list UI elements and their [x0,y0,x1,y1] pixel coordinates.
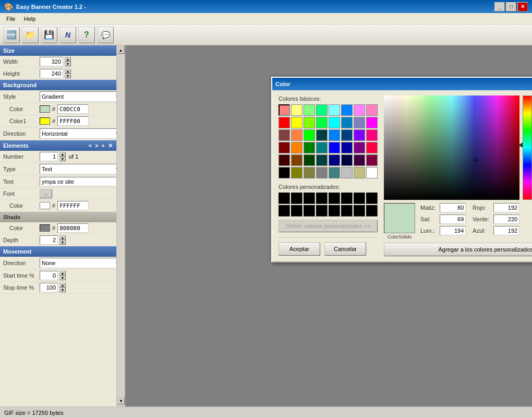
start-time-input[interactable] [40,271,58,280]
basic-color-cell[interactable] [316,142,328,153]
text-button[interactable]: N [59,27,76,43]
custom-color-cell[interactable] [354,205,365,217]
scroll-up-button[interactable]: ▲ [117,46,125,54]
width-spinner[interactable]: ▲ ▼ [65,57,71,66]
basic-color-cell[interactable] [304,167,315,178]
menu-help[interactable]: Help [20,15,40,23]
custom-color-cell[interactable] [341,193,353,204]
minimize-button[interactable]: _ [494,2,505,11]
custom-color-cell[interactable] [291,193,303,204]
elem-text-input[interactable] [40,177,122,186]
new-button[interactable]: 🆕 [3,27,20,43]
basic-color-cell[interactable] [291,142,303,153]
width-input[interactable] [40,57,63,66]
cancel-button[interactable]: Cancelar [324,242,366,256]
elem-number-spinner[interactable]: ▲ ▼ [59,152,66,161]
open-button[interactable]: 📁 [22,27,39,43]
shade-depth-down[interactable]: ▼ [59,240,66,245]
custom-color-cell[interactable] [316,193,328,204]
basic-color-cell[interactable] [329,104,340,116]
height-down[interactable]: ▼ [65,74,71,78]
basic-color-cell[interactable] [279,154,290,166]
basic-color-cell[interactable] [304,104,315,116]
basic-color-cell[interactable] [304,117,315,128]
basic-color-cell[interactable] [366,104,378,116]
custom-color-cell[interactable] [316,205,328,217]
basic-color-cell[interactable] [366,154,378,166]
height-up[interactable]: ▲ [65,69,71,74]
basic-color-cell[interactable] [341,117,353,128]
start-time-up[interactable]: ▲ [59,271,66,276]
bg-color-swatch[interactable] [40,105,50,113]
basic-color-cell[interactable] [354,154,365,166]
custom-color-cell[interactable] [304,193,315,204]
basic-color-cell[interactable] [304,129,315,141]
move-direction-select[interactable]: None ▼ [40,258,122,268]
custom-color-cell[interactable] [354,193,365,204]
elem-number-up[interactable]: ▲ [59,152,66,157]
shade-color-swatch[interactable] [40,224,50,232]
basic-color-cell[interactable] [316,154,328,166]
maximize-button[interactable]: □ [506,2,516,11]
basic-color-cell[interactable] [279,142,290,153]
lum-input[interactable] [440,226,466,235]
shade-color-hex[interactable] [57,223,89,233]
basic-color-cell[interactable] [329,129,340,141]
color-spectrum[interactable] [384,95,519,200]
basic-color-cell[interactable] [279,167,290,178]
basic-color-cell[interactable] [279,117,290,128]
basic-color-cell[interactable] [341,104,353,116]
blue-input[interactable] [493,226,519,235]
elem-del-btn[interactable]: ✕ [107,142,114,149]
bg-color1-swatch[interactable] [40,117,50,125]
save-button[interactable]: 💾 [41,27,57,43]
help-button[interactable]: ? [78,27,95,43]
hue-slider[interactable] [523,95,532,200]
basic-color-cell[interactable] [341,154,353,166]
basic-color-cell[interactable] [329,167,340,178]
basic-color-cell[interactable] [291,129,303,141]
custom-color-cell[interactable] [341,205,353,217]
elem-next-btn[interactable]: > [94,142,99,149]
basic-color-cell[interactable] [366,142,378,153]
stop-time-spinner[interactable]: ▲ ▼ [59,283,66,292]
stop-time-input[interactable] [40,283,58,292]
basic-color-cell[interactable] [354,104,365,116]
bg-style-select[interactable]: Gradient ▼ [40,91,122,102]
basic-color-cell[interactable] [354,129,365,141]
custom-color-cell[interactable] [329,205,340,217]
basic-color-cell[interactable] [366,117,378,128]
sat-input[interactable] [440,214,466,224]
basic-color-cell[interactable] [279,129,290,141]
basic-color-cell[interactable] [354,167,365,178]
elem-prev-btn[interactable]: < [88,142,93,149]
basic-color-cell[interactable] [279,104,290,116]
stop-time-up[interactable]: ▲ [59,283,66,288]
basic-color-cell[interactable] [316,129,328,141]
accept-button[interactable]: Aceptar [279,242,320,256]
basic-color-cell[interactable] [304,142,315,153]
define-colors-button[interactable]: Definir colores personalizados >> [279,220,378,232]
elem-number-down[interactable]: ▼ [59,157,66,161]
height-spinner[interactable]: ▲ ▼ [65,69,71,78]
start-time-down[interactable]: ▼ [59,276,66,280]
basic-color-cell[interactable] [341,167,353,178]
elem-add-btn[interactable]: + [101,142,106,149]
elem-color-hex[interactable] [57,201,89,210]
elem-type-select[interactable]: Text ▼ [40,164,122,174]
start-time-spinner[interactable]: ▲ ▼ [59,271,66,280]
close-button[interactable]: ✕ [517,2,528,11]
custom-color-cell[interactable] [366,205,378,217]
basic-color-cell[interactable] [329,117,340,128]
elem-number-input[interactable] [40,152,58,161]
basic-color-cell[interactable] [291,104,303,116]
custom-color-cell[interactable] [329,193,340,204]
elem-color-swatch[interactable] [40,202,50,209]
width-up[interactable]: ▲ [65,57,71,62]
basic-color-cell[interactable] [329,154,340,166]
menu-file[interactable]: File [2,15,20,23]
basic-color-cell[interactable] [316,104,328,116]
elem-font-btn[interactable]: ... [40,189,52,198]
basic-color-cell[interactable] [329,142,340,153]
height-input[interactable] [40,69,63,78]
